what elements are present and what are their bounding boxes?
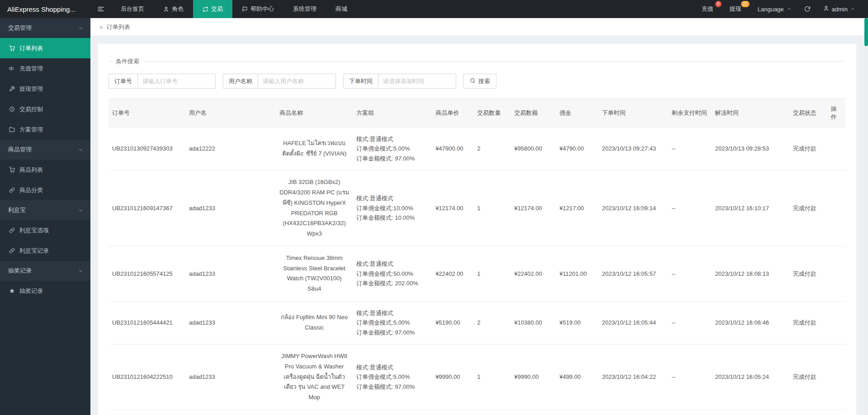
sidebar-item-product-list[interactable]: 商品列表 bbox=[0, 160, 90, 180]
sidebar-group-lottery[interactable]: 抽奖记录 bbox=[0, 261, 90, 281]
order-time-cell: 2023/10/12 16:05:57 bbox=[599, 246, 668, 301]
sidebar-item-trade-control[interactable]: 交易控制 bbox=[0, 99, 90, 119]
plan-line: 订单佣金模式:10.00% bbox=[356, 203, 428, 213]
plan-group-cell: 模式:普通模式订单佣金模式:5.00%订单金额模式: 97.00% bbox=[353, 344, 432, 410]
sidebar-item-label: 提现管理 bbox=[19, 85, 43, 93]
admin-caret bbox=[850, 6, 855, 13]
unit-price-cell: ¥22402.00 bbox=[432, 246, 473, 301]
page-scrollbar[interactable] bbox=[864, 18, 868, 415]
scrollbar-thumb[interactable] bbox=[864, 18, 868, 46]
order-no-filter: 订单号 bbox=[108, 74, 216, 89]
star-icon bbox=[9, 288, 15, 294]
folder-icon bbox=[9, 127, 15, 132]
unit-price-cell: ¥47900.00 bbox=[432, 127, 473, 170]
unfreeze-time-cell: 2023/10/12 16:05:24 bbox=[712, 344, 789, 410]
plan-line: 订单佣金模式:5.00% bbox=[356, 144, 428, 153]
order-no-input[interactable] bbox=[138, 74, 216, 89]
sidebar-item-plan-management[interactable]: 方案管理 bbox=[0, 119, 90, 140]
sidebar-item-label: 交易控制 bbox=[19, 105, 43, 113]
nav-item-role[interactable]: 角色 bbox=[154, 0, 193, 18]
sidebar-item-label: 商品分类 bbox=[19, 186, 43, 194]
nav-item-home[interactable]: 后台首页 bbox=[111, 0, 154, 18]
search-button[interactable]: 搜索 bbox=[463, 74, 496, 89]
order-row: UB2310121609147367adad1233JIB 32GB (16GB… bbox=[108, 170, 845, 246]
order-no-cell: UB2310121609147367 bbox=[108, 170, 185, 246]
sidebar-item-order-list[interactable]: 订单列表 bbox=[0, 38, 90, 58]
column-header-order-no: 订单号 bbox=[108, 99, 185, 127]
action-cell bbox=[827, 344, 845, 410]
remaining-pay-time-cell: -- bbox=[668, 301, 712, 344]
product-name-cell: กล้อง Fujifilm Mini 90 Neo Classic bbox=[276, 301, 353, 344]
amount-cell: ¥12174.00 bbox=[510, 170, 556, 246]
order-no-cell: UB2310130927439303 bbox=[108, 127, 185, 170]
sidebar-item-recharge-management[interactable]: 充值管理 bbox=[0, 58, 90, 79]
link-icon bbox=[9, 248, 15, 254]
sidebar-group-product-management[interactable]: 商品管理 bbox=[0, 140, 90, 160]
unit-price-cell: ¥999.00 bbox=[432, 410, 473, 415]
chevron-down-icon bbox=[78, 147, 83, 152]
admin-dropdown[interactable]: admin bbox=[817, 0, 862, 18]
order-no-cell: UB2310121605574125 bbox=[108, 246, 185, 301]
refresh-button[interactable] bbox=[798, 0, 817, 18]
plan-line: 模式:普通模式 bbox=[356, 134, 428, 144]
clock-icon bbox=[9, 106, 15, 112]
top-nav: 后台首页角色交易帮助中心系统管理商城 bbox=[111, 0, 357, 18]
sidebar-group-interest[interactable]: 利息宝 bbox=[0, 200, 90, 220]
cart-icon bbox=[9, 45, 15, 51]
username-cell: ada12222 bbox=[185, 127, 276, 170]
language-dropdown[interactable]: Language bbox=[751, 0, 798, 18]
app-window: AliExpress Shopping... 后台首页角色交易帮助中心系统管理商… bbox=[0, 0, 868, 415]
product-name-cell: JIMMY PowerWash HW8 Pro Vacuum & Washer … bbox=[276, 344, 353, 410]
amount-cell: ¥10380.00 bbox=[510, 301, 556, 344]
search-icon bbox=[470, 78, 476, 84]
nav-item-label: 系统管理 bbox=[293, 5, 316, 13]
sidebar-item-lottery-records[interactable]: 抽奖记录 bbox=[0, 281, 90, 301]
username-cell: adad1233 bbox=[185, 410, 276, 415]
action-cell bbox=[827, 170, 845, 246]
amount-cell: ¥95800.00 bbox=[510, 127, 556, 170]
sidebar-item-interest-records[interactable]: 利息宝记录 bbox=[0, 241, 90, 261]
nav-item-system[interactable]: 系统管理 bbox=[283, 0, 326, 18]
quantity-cell: 2 bbox=[473, 301, 510, 344]
sidebar-item-label: 商品列表 bbox=[19, 166, 43, 174]
admin-label: admin bbox=[832, 6, 848, 13]
content-area: 条件搜索 订单号 用户名称 下单时间 bbox=[90, 36, 868, 415]
refresh-icon bbox=[804, 6, 811, 12]
sidebar-item-withdraw-management[interactable]: 提现管理 bbox=[0, 79, 90, 99]
withdraw-link[interactable]: 提现 22 bbox=[723, 0, 751, 18]
remaining-pay-time-cell: -- bbox=[668, 127, 712, 170]
username-filter: 用户名称 bbox=[223, 74, 336, 89]
search-fieldset: 条件搜索 bbox=[108, 61, 845, 61]
cart-icon bbox=[9, 167, 15, 173]
sidebar: 交易管理订单列表充值管理提现管理交易控制方案管理商品管理商品列表商品分类利息宝利… bbox=[0, 18, 90, 415]
nav-item-trade[interactable]: 交易 bbox=[193, 0, 232, 18]
nav-item-mall[interactable]: 商城 bbox=[326, 0, 357, 18]
order-time-cell: 2023/10/12 16:09:14 bbox=[599, 170, 668, 246]
chevron-down-icon bbox=[78, 269, 83, 274]
menu-toggle-button[interactable] bbox=[90, 0, 111, 18]
unit-price-cell: ¥12174.00 bbox=[432, 170, 473, 246]
order-time-input[interactable] bbox=[378, 74, 456, 89]
sidebar-item-label: 充值管理 bbox=[19, 65, 43, 73]
nav-item-label: 帮助中心 bbox=[250, 5, 274, 13]
search-icon bbox=[470, 78, 476, 85]
plan-line: 订单金额模式: 202.00% bbox=[356, 278, 428, 288]
nav-item-label: 角色 bbox=[172, 5, 184, 13]
sidebar-group-trade-management[interactable]: 交易管理 bbox=[0, 18, 90, 38]
nav-item-help-center[interactable]: 帮助中心 bbox=[232, 0, 283, 18]
unfreeze-time-cell: 2023/10/13 09:28:53 bbox=[712, 127, 789, 170]
recharge-label: 充值 bbox=[702, 5, 713, 13]
plan-line: 模式:普通模式 bbox=[356, 363, 428, 372]
recharge-link[interactable]: 充值 0 bbox=[695, 0, 723, 18]
status-cell: 完成付款 bbox=[789, 410, 827, 415]
language-caret bbox=[787, 6, 792, 13]
column-header-action: 操作 bbox=[827, 99, 845, 127]
sidebar-item-interest-options[interactable]: 利息宝选项 bbox=[0, 220, 90, 241]
amount-cell: ¥22402.00 bbox=[510, 246, 556, 301]
person-icon bbox=[163, 6, 169, 12]
order-no-cell: UB2310121605444421 bbox=[108, 301, 185, 344]
sidebar-item-product-category[interactable]: 商品分类 bbox=[0, 180, 90, 200]
commission-cell: ¥1217.00 bbox=[556, 170, 599, 246]
username-input[interactable] bbox=[258, 74, 336, 89]
table-header-row: 订单号用户名商品名称方案组商品单价交易数量交易数额佣金下单时间剩余支付时间解冻时… bbox=[108, 99, 845, 127]
